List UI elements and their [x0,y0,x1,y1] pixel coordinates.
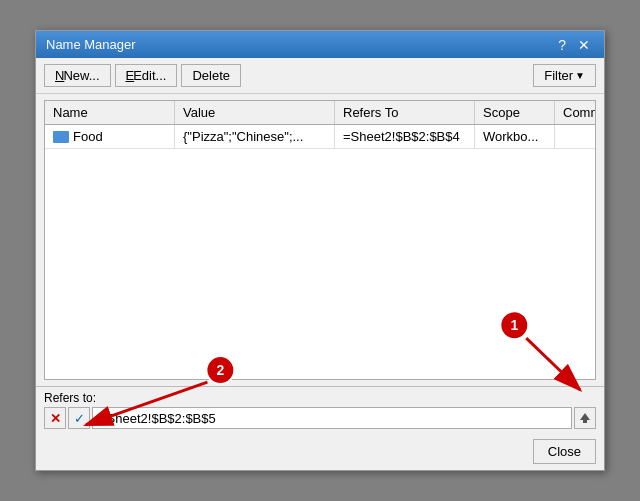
filter-dropdown-arrow: ▼ [575,70,585,81]
name-icon [53,131,69,143]
close-button[interactable]: Close [533,439,596,464]
help-button[interactable]: ? [554,38,570,52]
check-icon: ✓ [74,411,85,426]
table-header: Name Value Refers To Scope Comment [45,101,595,125]
col-header-scope: Scope [475,101,555,124]
delete-button[interactable]: Delete [181,64,241,87]
refers-to-section: Refers to: ✕ ✓ [36,386,604,433]
table-row[interactable]: Food {"Pizza";"Chinese";... =Sheet2!$B$2… [45,125,595,149]
cell-value: {"Pizza";"Chinese";... [175,125,335,148]
col-header-comment: Comment [555,101,596,124]
toolbar: NNew... EEdit... Delete Filter ▼ [36,58,604,94]
filter-button[interactable]: Filter ▼ [533,64,596,87]
upload-arrow-icon [578,411,592,425]
col-header-refers-to: Refers To [335,101,475,124]
svg-rect-1 [583,420,587,423]
svg-marker-0 [580,413,590,420]
confirm-icon-button[interactable]: ✓ [68,407,90,429]
cell-scope: Workbo... [475,125,555,148]
new-button[interactable]: NNew... [44,64,111,87]
cell-comment [555,125,595,148]
title-bar: Name Manager ? ✕ [36,31,604,58]
edit-button[interactable]: EEdit... [115,64,178,87]
name-manager-dialog: Name Manager ? ✕ NNew... EEdit... Delete… [35,30,605,471]
footer: Close [36,433,604,470]
refers-to-input-row: ✕ ✓ [44,407,596,429]
col-header-name: Name [45,101,175,124]
cell-name: Food [45,125,175,148]
title-bar-controls: ? ✕ [554,38,594,52]
collapse-input-button[interactable] [574,407,596,429]
dialog-title: Name Manager [46,37,136,52]
cancel-icon-button[interactable]: ✕ [44,407,66,429]
cell-refers-to: =Sheet2!$B$2:$B$4 [335,125,475,148]
names-table: Name Value Refers To Scope Comment Food … [44,100,596,380]
x-icon: ✕ [50,411,61,426]
refers-to-label: Refers to: [44,391,596,405]
refers-to-input[interactable] [92,407,572,429]
close-title-button[interactable]: ✕ [574,38,594,52]
col-header-value: Value [175,101,335,124]
table-body: Food {"Pizza";"Chinese";... =Sheet2!$B$2… [45,125,595,149]
